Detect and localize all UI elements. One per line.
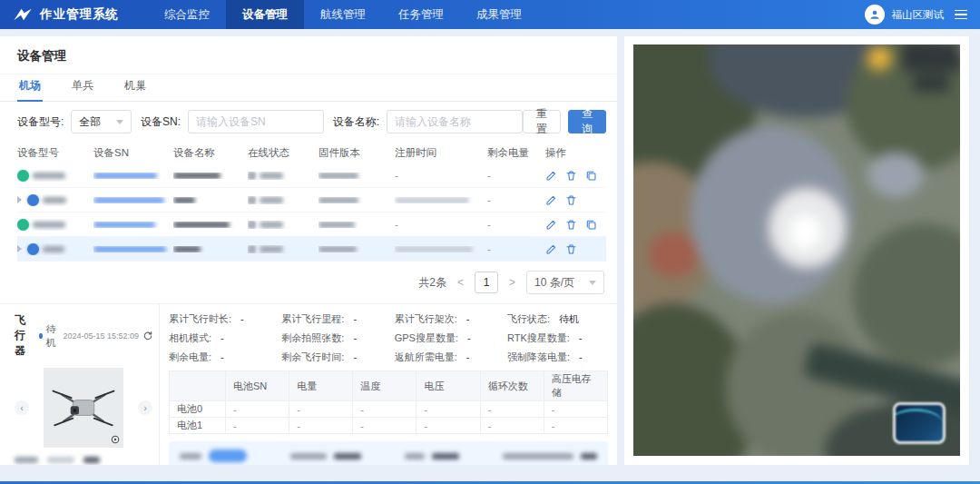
device-detail-section: 飞行器 待机 2024-05-15 15:52:09 ‹ — [0, 303, 617, 465]
control-value — [503, 453, 597, 459]
search-button[interactable]: 查询 — [568, 110, 606, 133]
delete-icon[interactable] — [565, 170, 577, 182]
table-row[interactable]: - — [17, 188, 606, 212]
tab-handheld[interactable]: 单兵 — [70, 78, 95, 101]
pagination-total: 共2条 — [418, 275, 446, 291]
page-size-select[interactable]: 10 条/页 — [526, 271, 604, 294]
copy-icon[interactable] — [585, 219, 597, 231]
person-icon — [868, 8, 881, 21]
device-table: 设备型号 设备SN 设备名称 在线状态 固件版本 注册时间 剩余电量 操作 - … — [0, 142, 617, 262]
control-toggle[interactable] — [180, 449, 247, 462]
device-firmware-cell — [318, 246, 395, 252]
col-battery: 剩余电量 — [487, 146, 545, 160]
carousel-prev-icon[interactable]: ‹ — [15, 400, 29, 415]
expand-caret-icon[interactable] — [17, 196, 22, 203]
expand-caret-icon[interactable] — [17, 245, 22, 252]
copy-icon[interactable] — [585, 170, 597, 182]
edit-icon[interactable] — [545, 170, 557, 182]
device-name-cell — [173, 246, 248, 252]
nav-item-monitor[interactable]: 综合监控 — [148, 0, 226, 29]
map-control[interactable] — [902, 44, 960, 72]
telemetry-panel: 累计飞行时长:- 累计飞行里程:- 累计飞行架次:- 飞行状态:待机 相机模式:… — [160, 304, 617, 465]
app-logo-icon — [13, 6, 33, 23]
device-battery-cell: - — [487, 170, 545, 181]
prev-page-icon[interactable]: < — [456, 276, 466, 289]
name-filter-label: 设备名称: — [333, 114, 379, 130]
tab-nest[interactable]: 机巢 — [122, 78, 148, 101]
device-sn-cell — [93, 197, 173, 203]
delete-icon[interactable] — [565, 243, 577, 255]
nav-item-results[interactable]: 成果管理 — [460, 0, 538, 29]
table-row-selected[interactable]: - — [17, 237, 606, 262]
model-filter-label: 设备型号: — [17, 114, 64, 130]
device-battery-cell: - — [487, 243, 545, 254]
battery-table: 电池SN 电量 温度 电压 循环次数 高压电存储 电池0 - - - - - — [169, 370, 608, 434]
edit-icon[interactable] — [545, 194, 557, 206]
chevron-down-icon — [116, 120, 123, 124]
model-select[interactable]: 全部 — [71, 110, 131, 133]
device-battery-cell: - — [487, 219, 545, 230]
page-number[interactable]: 1 — [475, 272, 498, 293]
device-regtime-cell: - — [395, 170, 487, 181]
signal-icon — [248, 172, 256, 180]
drone-icon — [27, 243, 39, 255]
device-type-tabs: 机场 单兵 机巢 — [0, 74, 617, 102]
menu-icon[interactable] — [955, 10, 967, 20]
locate-icon[interactable] — [110, 434, 121, 445]
brand: 作业管理系统 — [0, 6, 135, 23]
app-title: 作业管理系统 — [40, 6, 119, 23]
device-management-panel: 设备管理 机场 单兵 机巢 设备型号: 全部 设备SN: 设备名称: 重置 查询 — [0, 36, 617, 465]
device-model-cell — [17, 219, 93, 231]
sn-filter-label: 设备SN: — [141, 114, 181, 130]
row-actions — [545, 170, 606, 182]
device-name-cell — [173, 197, 248, 203]
device-regtime-cell — [395, 246, 487, 252]
user-name[interactable]: 福山区测试 — [892, 8, 945, 22]
pagination: 共2条 < 1 > 10 条/页 — [0, 262, 617, 303]
user-avatar[interactable] — [865, 5, 885, 25]
edit-icon[interactable] — [545, 219, 557, 231]
aircraft-timestamp: 2024-05-15 15:52:09 — [63, 331, 139, 341]
device-regtime-cell — [395, 197, 487, 203]
main-nav: 综合监控 设备管理 航线管理 任务管理 成果管理 — [148, 0, 538, 29]
edit-icon[interactable] — [545, 243, 557, 255]
reset-button[interactable]: 重置 — [523, 110, 561, 133]
next-page-icon[interactable]: > — [507, 276, 517, 289]
table-row[interactable]: - - — [17, 212, 606, 237]
control-value — [290, 453, 361, 459]
sn-input[interactable] — [188, 110, 324, 133]
minimap-toggle[interactable] — [893, 402, 946, 444]
battery-row-0: 电池0 - - - - - - — [170, 401, 608, 418]
device-status-cell — [248, 172, 318, 180]
col-sn: 设备SN — [93, 146, 173, 160]
device-status-cell — [248, 245, 318, 253]
name-input[interactable] — [387, 110, 523, 133]
satellite-map[interactable] — [633, 44, 960, 456]
delete-icon[interactable] — [565, 219, 577, 231]
control-value — [405, 453, 459, 459]
signal-icon — [248, 221, 256, 229]
aircraft-title: 飞行器 — [15, 312, 32, 359]
tab-dock[interactable]: 机场 — [17, 78, 43, 101]
device-firmware-cell — [318, 173, 395, 179]
col-status: 在线状态 — [248, 146, 318, 160]
status-dot — [39, 333, 42, 339]
carousel-next-icon[interactable]: › — [138, 400, 152, 415]
map-control[interactable] — [913, 75, 949, 92]
delete-icon[interactable] — [565, 194, 577, 206]
refresh-icon[interactable] — [142, 331, 153, 341]
device-model-cell — [17, 194, 93, 206]
device-model-cell — [17, 243, 93, 255]
map-panel — [624, 36, 969, 465]
device-table-header: 设备型号 设备SN 设备名称 在线状态 固件版本 注册时间 剩余电量 操作 — [17, 142, 606, 163]
aircraft-panel: 飞行器 待机 2024-05-15 15:52:09 ‹ — [0, 304, 160, 465]
device-name-cell — [173, 173, 248, 179]
aircraft-status: 待机 — [46, 322, 57, 350]
device-firmware-cell — [318, 222, 395, 228]
chevron-down-icon — [589, 281, 596, 285]
nav-item-devices[interactable]: 设备管理 — [226, 0, 304, 29]
table-row[interactable]: - - — [17, 163, 606, 188]
nav-item-tasks[interactable]: 任务管理 — [382, 0, 460, 29]
col-actions: 操作 — [545, 146, 606, 160]
nav-item-routes[interactable]: 航线管理 — [304, 0, 382, 29]
